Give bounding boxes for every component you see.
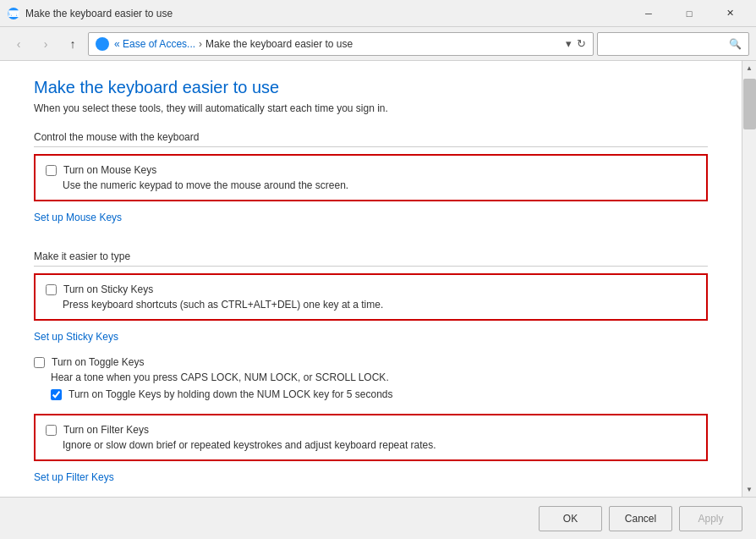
window-icon: ⌨ bbox=[7, 7, 20, 20]
search-input[interactable] bbox=[605, 38, 729, 50]
mouse-keys-row: Turn on Mouse Keys bbox=[46, 164, 696, 176]
toggle-keys-section: Turn on Toggle Keys Hear a tone when you… bbox=[34, 356, 708, 400]
sticky-keys-row: Turn on Sticky Keys bbox=[46, 283, 696, 295]
scroll-track[interactable] bbox=[742, 75, 756, 482]
toggle-numlock-label: Turn on Toggle Keys by holding down the … bbox=[68, 388, 393, 400]
toggle-keys-label: Turn on Toggle Keys bbox=[52, 356, 144, 368]
scroll-down-button[interactable]: ▼ bbox=[742, 482, 757, 497]
address-separator: › bbox=[199, 38, 202, 50]
forward-button[interactable]: › bbox=[34, 32, 58, 56]
toggle-keys-desc: Hear a tone when you press CAPS LOCK, NU… bbox=[51, 371, 708, 383]
cancel-button[interactable]: Cancel bbox=[609, 506, 672, 531]
scroll-up-button[interactable]: ▲ bbox=[742, 61, 757, 75]
mouse-keys-box: Turn on Mouse Keys Use the numeric keypa… bbox=[34, 154, 708, 201]
sticky-keys-checkbox[interactable] bbox=[46, 284, 57, 295]
setup-mouse-keys-link-wrapper: Set up Mouse Keys bbox=[34, 208, 708, 237]
apply-button[interactable]: Apply bbox=[679, 506, 742, 531]
svg-text:⌨: ⌨ bbox=[8, 9, 20, 19]
sticky-keys-checkbox-wrapper[interactable]: Turn on Sticky Keys bbox=[46, 283, 153, 295]
window-title: Make the keyboard easier to use bbox=[25, 8, 629, 19]
scrollbar: ▲ ▼ bbox=[742, 61, 756, 497]
maximize-button[interactable]: □ bbox=[670, 0, 709, 27]
nav-bar: ‹ › ↑ « Ease of Acces... › Make the keyb… bbox=[0, 27, 756, 61]
mouse-keys-checkbox[interactable] bbox=[46, 165, 57, 176]
search-icon[interactable]: 🔍 bbox=[729, 38, 742, 50]
page-subtitle: When you select these tools, they will a… bbox=[34, 102, 708, 114]
filter-keys-checkbox[interactable] bbox=[46, 425, 57, 436]
address-text: « Ease of Acces... › Make the keyboard e… bbox=[114, 38, 353, 50]
filter-keys-label: Turn on Filter Keys bbox=[63, 424, 149, 436]
close-button[interactable]: ✕ bbox=[710, 0, 749, 27]
filter-keys-desc: Ignore or slow down brief or repeated ke… bbox=[63, 439, 696, 451]
address-bar-icon bbox=[96, 37, 109, 51]
filter-keys-box: Turn on Filter Keys Ignore or slow down … bbox=[34, 414, 708, 461]
scroll-thumb[interactable] bbox=[743, 79, 756, 129]
bottom-bar: OK Cancel Apply bbox=[0, 497, 756, 539]
toggle-keys-sub-option: Turn on Toggle Keys by holding down the … bbox=[51, 388, 708, 400]
sticky-keys-box: Turn on Sticky Keys Press keyboard short… bbox=[34, 273, 708, 321]
toggle-numlock-checkbox-wrapper[interactable]: Turn on Toggle Keys by holding down the … bbox=[51, 388, 708, 400]
filter-keys-row: Turn on Filter Keys bbox=[46, 424, 696, 436]
title-bar: ⌨ Make the keyboard easier to use ─ □ ✕ bbox=[0, 0, 756, 27]
back-button[interactable]: ‹ bbox=[7, 32, 30, 56]
toggle-keys-checkbox-wrapper[interactable]: Turn on Toggle Keys bbox=[34, 356, 708, 368]
refresh-button[interactable]: ↻ bbox=[577, 37, 586, 50]
toggle-keys-checkbox[interactable] bbox=[34, 357, 45, 368]
up-button[interactable]: ↑ bbox=[61, 32, 85, 56]
sticky-keys-label: Turn on Sticky Keys bbox=[63, 283, 153, 295]
address-bar: « Ease of Acces... › Make the keyboard e… bbox=[88, 32, 594, 56]
sticky-keys-desc: Press keyboard shortcuts (such as CTRL+A… bbox=[63, 299, 696, 311]
ok-button[interactable]: OK bbox=[539, 506, 602, 531]
mouse-keys-label: Turn on Mouse Keys bbox=[63, 164, 156, 176]
window-controls: ─ □ ✕ bbox=[629, 0, 749, 27]
search-box: 🔍 bbox=[597, 32, 749, 56]
minimize-button[interactable]: ─ bbox=[629, 0, 668, 27]
address-breadcrumb[interactable]: « Ease of Acces... bbox=[114, 38, 195, 50]
setup-filter-keys-link[interactable]: Set up Filter Keys bbox=[34, 471, 114, 483]
section-label-type: Make it easier to type bbox=[34, 250, 708, 267]
main-container: Make the keyboard easier to use When you… bbox=[0, 61, 756, 497]
setup-sticky-keys-link[interactable]: Set up Sticky Keys bbox=[34, 331, 118, 343]
setup-sticky-keys-link-wrapper: Set up Sticky Keys bbox=[34, 327, 708, 356]
mouse-keys-desc: Use the numeric keypad to move the mouse… bbox=[63, 179, 696, 191]
filter-keys-checkbox-wrapper[interactable]: Turn on Filter Keys bbox=[46, 424, 149, 436]
address-dropdown-button[interactable]: ▾ bbox=[566, 37, 572, 50]
mouse-keys-checkbox-wrapper[interactable]: Turn on Mouse Keys bbox=[46, 164, 156, 176]
setup-mouse-keys-link[interactable]: Set up Mouse Keys bbox=[34, 212, 122, 223]
section-label-mouse: Control the mouse with the keyboard bbox=[34, 131, 708, 147]
content-area: Make the keyboard easier to use When you… bbox=[0, 61, 742, 497]
address-current: Make the keyboard easier to use bbox=[205, 38, 353, 50]
page-title: Make the keyboard easier to use bbox=[34, 78, 708, 97]
toggle-numlock-checkbox[interactable] bbox=[51, 389, 62, 400]
setup-filter-keys-link-wrapper: Set up Filter Keys bbox=[34, 468, 708, 497]
